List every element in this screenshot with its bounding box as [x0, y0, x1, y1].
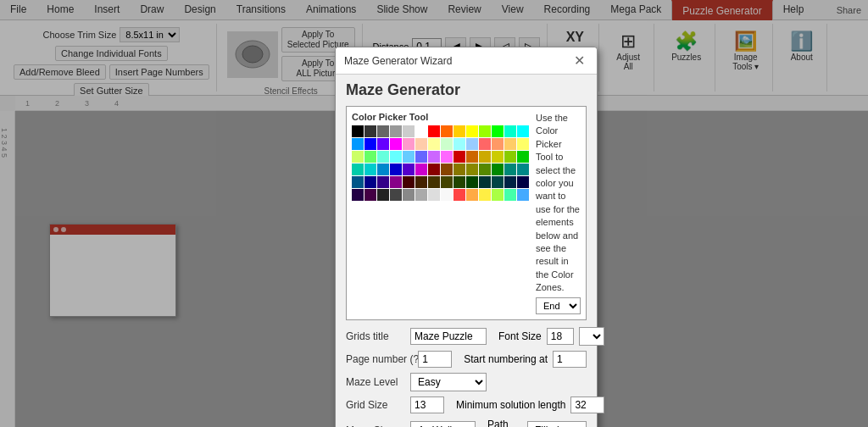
- color-cell[interactable]: [364, 151, 376, 163]
- color-cell[interactable]: [441, 189, 453, 201]
- color-cell[interactable]: [517, 164, 529, 175]
- color-cell[interactable]: [466, 189, 478, 201]
- color-cell[interactable]: [492, 189, 504, 201]
- color-cell[interactable]: [453, 138, 465, 150]
- color-cell[interactable]: [466, 164, 478, 175]
- color-cell[interactable]: [390, 138, 402, 150]
- color-cell[interactable]: [466, 176, 478, 188]
- color-cell[interactable]: [466, 138, 478, 150]
- color-cell[interactable]: [466, 151, 478, 163]
- color-cell[interactable]: [479, 164, 491, 175]
- color-cell[interactable]: [403, 164, 415, 175]
- color-cell[interactable]: [479, 151, 491, 163]
- color-cell[interactable]: [441, 125, 453, 137]
- color-cell[interactable]: [390, 176, 402, 188]
- color-cell[interactable]: [453, 189, 465, 201]
- color-cell[interactable]: [352, 138, 364, 150]
- color-cell[interactable]: [428, 189, 440, 201]
- color-cell[interactable]: [517, 189, 529, 201]
- color-cell[interactable]: [428, 125, 440, 137]
- color-cell[interactable]: [390, 164, 402, 175]
- color-cell[interactable]: [453, 164, 465, 175]
- color-cell[interactable]: [428, 138, 440, 150]
- color-cell[interactable]: [441, 151, 453, 163]
- color-cell[interactable]: [453, 125, 465, 137]
- color-cell[interactable]: [377, 151, 389, 163]
- color-cell[interactable]: [492, 125, 504, 137]
- color-cell[interactable]: [403, 176, 415, 188]
- color-cell[interactable]: [377, 125, 389, 137]
- color-grid[interactable]: [352, 125, 529, 201]
- color-cell[interactable]: [377, 138, 389, 150]
- color-cell[interactable]: [352, 125, 364, 137]
- color-cell[interactable]: [403, 125, 415, 137]
- start-numbering-input[interactable]: [553, 351, 587, 368]
- color-cell[interactable]: [517, 125, 529, 137]
- color-cell[interactable]: [479, 189, 491, 201]
- modal-title: Maze Generator Wizard: [344, 55, 452, 67]
- color-cell[interactable]: [428, 164, 440, 175]
- grid-size-label: Grid Size: [346, 399, 405, 411]
- color-cell[interactable]: [517, 176, 529, 188]
- min-solution-input[interactable]: [570, 396, 604, 413]
- color-cell[interactable]: [364, 176, 376, 188]
- color-cell[interactable]: [377, 189, 389, 201]
- color-cell[interactable]: [352, 164, 364, 175]
- color-cell[interactable]: [364, 164, 376, 175]
- color-cell[interactable]: [403, 189, 415, 201]
- color-cell[interactable]: [415, 164, 427, 175]
- page-number-input[interactable]: [418, 351, 452, 368]
- color-cell[interactable]: [492, 151, 504, 163]
- color-cell[interactable]: [504, 151, 516, 163]
- color-cell[interactable]: [377, 176, 389, 188]
- color-cell[interactable]: [441, 164, 453, 175]
- color-cell[interactable]: [428, 151, 440, 163]
- color-cell[interactable]: [390, 151, 402, 163]
- color-cell[interactable]: [466, 125, 478, 137]
- color-cell[interactable]: [415, 189, 427, 201]
- color-cell[interactable]: [441, 138, 453, 150]
- color-cell[interactable]: [364, 138, 376, 150]
- color-cell[interactable]: [415, 138, 427, 150]
- color-cell[interactable]: [415, 125, 427, 137]
- color-cell[interactable]: [504, 176, 516, 188]
- color-cell[interactable]: [479, 125, 491, 137]
- color-cell[interactable]: [364, 125, 376, 137]
- color-cell[interactable]: [415, 151, 427, 163]
- color-cell[interactable]: [428, 176, 440, 188]
- grid-size-input[interactable]: [410, 396, 444, 413]
- color-cell[interactable]: [352, 189, 364, 201]
- color-cell[interactable]: [415, 176, 427, 188]
- color-picker-dropdown[interactable]: End Path Color Start Path Color Path Col…: [536, 297, 581, 314]
- color-cell[interactable]: [479, 138, 491, 150]
- color-cell[interactable]: [504, 164, 516, 175]
- color-cell[interactable]: [492, 176, 504, 188]
- maze-shape-select[interactable]: As Walls As Path Square: [410, 421, 476, 427]
- modal-close-button[interactable]: ✕: [570, 53, 588, 69]
- color-cell[interactable]: [504, 189, 516, 201]
- color-cell[interactable]: [492, 138, 504, 150]
- color-cell[interactable]: [453, 151, 465, 163]
- color-cell[interactable]: [352, 151, 364, 163]
- color-cell[interactable]: [390, 125, 402, 137]
- color-cell[interactable]: [390, 189, 402, 201]
- font-size-dropdown[interactable]: ▾: [579, 327, 604, 346]
- color-cell[interactable]: [403, 151, 415, 163]
- font-size-input[interactable]: [547, 328, 574, 345]
- maze-level-select[interactable]: Easy Medium Hard: [410, 373, 487, 391]
- color-cell[interactable]: [517, 151, 529, 163]
- color-cell[interactable]: [504, 125, 516, 137]
- color-cell[interactable]: [377, 164, 389, 175]
- color-picker-section: Color Picker Tool Use the Color Picker T…: [346, 106, 587, 320]
- grids-title-input[interactable]: [410, 328, 487, 345]
- color-cell[interactable]: [364, 189, 376, 201]
- color-cell[interactable]: [441, 176, 453, 188]
- color-cell[interactable]: [504, 138, 516, 150]
- color-cell[interactable]: [352, 176, 364, 188]
- color-cell[interactable]: [479, 176, 491, 188]
- path-option-select[interactable]: Filled Outlined: [527, 421, 587, 427]
- color-cell[interactable]: [403, 138, 415, 150]
- color-cell[interactable]: [453, 176, 465, 188]
- color-cell[interactable]: [517, 138, 529, 150]
- color-cell[interactable]: [492, 164, 504, 175]
